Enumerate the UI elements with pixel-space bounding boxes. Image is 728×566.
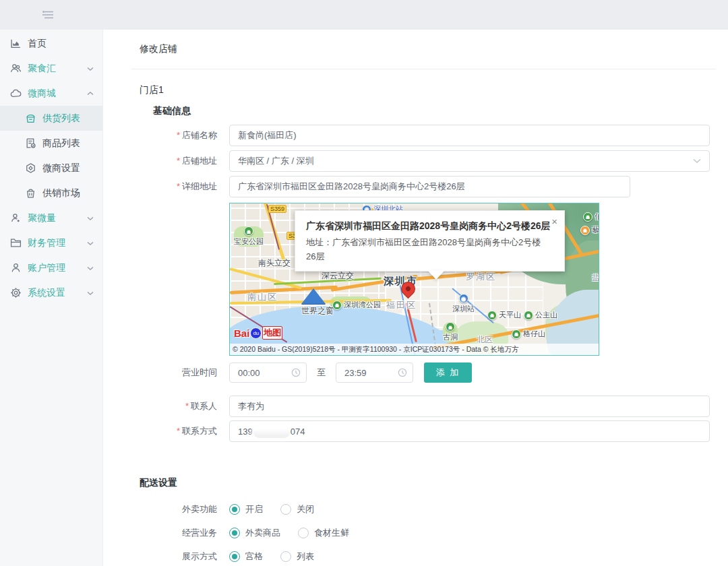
sidebar-item-product-list[interactable]: 商品列表 — [0, 131, 102, 156]
masked-digits — [253, 427, 290, 438]
map-row: S359S33▲宝安公园南头立交南山区世界之窗▲深圳湾公园福田区深云立交深圳市罗… — [229, 203, 728, 356]
basic-info-title: 基础信息 — [153, 105, 728, 117]
display-mode-label: 展示方式 — [140, 551, 217, 563]
shop-icon — [25, 113, 36, 124]
chart-icon — [10, 38, 22, 49]
add-hours-button[interactable]: 添 加 — [424, 363, 472, 383]
business-type-row: 经营业务 外卖商品 食材生鲜 — [140, 527, 728, 539]
contact-name-row: *联系人 李有为 — [140, 396, 728, 417]
map-label: 福田区 — [386, 299, 417, 311]
map-label: ▲藜蒴露营 — [580, 225, 599, 235]
takeout-function-row: 外卖功能 开启 关闭 — [140, 503, 728, 515]
required-mark: * — [177, 426, 180, 436]
contact-phone-row: *联系方式 139074 — [140, 420, 728, 442]
sidebar-item-label: 微商设置 — [42, 162, 80, 175]
map-label: ▲天平山 — [487, 310, 521, 320]
poi-pin-icon: ▲ — [487, 311, 497, 320]
station-icon: ◉ — [459, 294, 468, 303]
map-label: 世界之窗 — [301, 305, 334, 317]
map-label: 罗湖区 — [466, 271, 496, 283]
sidebar-item-label: 聚食汇 — [28, 63, 56, 75]
sidebar-item-supply-market[interactable]: 供销市场 — [0, 181, 102, 206]
radio-option-takeout-goods[interactable]: 外卖商品 — [229, 527, 280, 539]
radio-option-off[interactable]: 关闭 — [280, 503, 314, 515]
radio-unselected-icon — [298, 528, 309, 538]
radio-unselected-icon — [280, 504, 291, 515]
store-name-input[interactable]: 新食尚(福田店) — [229, 125, 710, 146]
map-label: ▲伯公坳 — [583, 212, 599, 222]
radio-unselected-icon — [280, 551, 291, 562]
sidebar-item-label: 聚微量 — [28, 212, 56, 224]
map-canvas[interactable]: S359S33▲宝安公园南头立交南山区世界之窗▲深圳湾公园福田区深云立交深圳市罗… — [229, 203, 599, 356]
detail-address-label: 详细地址 — [182, 181, 217, 191]
poi-pin-icon: ▲ — [580, 226, 590, 235]
store-name-label: 店铺名称 — [182, 130, 217, 140]
chevron-down-icon — [87, 66, 94, 71]
required-mark: * — [177, 156, 180, 166]
store-name-row: *店铺名称 新食尚(福田店) — [140, 125, 728, 146]
map-info-popup: 广东省深圳市福田区金田路2028号皇岗商务中心2号楼26层 地址：广东省深圳市福… — [295, 210, 565, 272]
store-region-select[interactable]: 华南区 / 广东 / 深圳 — [229, 150, 710, 172]
sidebar-item-supply-list[interactable]: 供货列表 — [0, 106, 102, 131]
hours-separator: 至 — [317, 367, 326, 379]
contact-name-input[interactable]: 李有为 — [229, 396, 710, 417]
sidebar-item-system-settings[interactable]: 系统设置 — [0, 280, 102, 305]
radio-option-grid[interactable]: 宫格 — [229, 551, 263, 563]
clock-icon — [398, 368, 407, 377]
sidebar-item-label: 账户管理 — [28, 262, 65, 274]
sidebar-item-account[interactable]: 账户管理 — [0, 255, 102, 280]
sidebar-item-weishangcheng[interactable]: 微商城 — [0, 81, 102, 106]
sidebar-collapse-icon[interactable] — [42, 9, 54, 20]
chevron-up-icon — [87, 91, 94, 96]
radio-selected-icon — [229, 504, 240, 515]
map-label: 深云立交 — [322, 270, 354, 282]
map-label: 南头立交 — [258, 257, 291, 269]
required-mark: * — [177, 130, 180, 140]
sidebar-item-jushihui[interactable]: 聚食汇 — [0, 56, 102, 81]
delivery-section-title: 配送设置 — [140, 477, 728, 489]
map-label: ▲古洞 — [443, 322, 458, 342]
chevron-down-icon — [87, 241, 94, 246]
sidebar: 首页 聚食汇 微商城 — [0, 30, 103, 566]
close-icon[interactable]: × — [551, 216, 557, 226]
sidebar-item-juweiliang[interactable]: 聚微量 — [0, 206, 102, 230]
store-section-title: 门店1 — [140, 84, 728, 96]
main-content: 修改店铺 门店1 基础信息 *店铺名称 新食尚(福田店) *店铺地址 华南区 /… — [103, 30, 728, 566]
sidebar-item-label: 商品列表 — [42, 137, 80, 150]
required-mark: * — [185, 401, 189, 411]
folder-icon — [10, 237, 22, 249]
chevron-down-icon — [693, 158, 701, 164]
takeout-function-label: 外卖功能 — [140, 503, 217, 515]
hours-end-input[interactable]: 23:59 — [336, 363, 413, 383]
popup-address: 地址：广东省深圳市福田区金田路2028号皇岗商务中心2号楼26层 — [306, 235, 545, 264]
hours-start-input[interactable]: 00:00 — [229, 363, 307, 383]
sidebar-item-label: 财务管理 — [28, 237, 65, 249]
detail-address-input[interactable]: 广东省深圳市福田区金田路2028号皇岗商务中心2号楼26层 — [229, 176, 630, 197]
sidebar-item-weishang-settings[interactable]: 微商设置 — [0, 156, 102, 181]
store-region-row: *店铺地址 华南区 / 广东 / 深圳 — [140, 150, 728, 172]
gear-icon — [10, 287, 22, 298]
sidebar-item-label: 首页 — [28, 38, 47, 50]
map-label: ▲宝安公园 — [234, 226, 264, 247]
radio-option-list[interactable]: 列表 — [280, 551, 314, 563]
radio-option-on[interactable]: 开启 — [229, 503, 263, 515]
poi-pin-icon: ▲ — [512, 329, 521, 339]
users-icon — [10, 63, 22, 74]
contact-phone-input[interactable]: 139074 — [229, 420, 710, 442]
pyramid-icon — [301, 288, 326, 304]
map-label: 盐田 — [592, 272, 599, 284]
sidebar-item-finance[interactable]: 财务管理 — [0, 230, 102, 255]
radio-option-fresh-food[interactable]: 食材生鲜 — [298, 527, 349, 539]
business-type-label: 经营业务 — [140, 527, 217, 539]
sidebar-item-label: 供货列表 — [42, 113, 80, 125]
page-title: 修改店铺 — [140, 43, 728, 55]
poi-pin-icon: ▲ — [332, 301, 342, 310]
radio-selected-icon — [229, 551, 240, 562]
map-label: 南山区 — [247, 291, 278, 303]
market-bag-icon — [25, 187, 36, 199]
clock-icon — [291, 368, 301, 377]
map-label: ▲格仔山 — [512, 329, 545, 339]
sidebar-item-home[interactable]: 首页 — [0, 31, 102, 56]
display-mode-row: 展示方式 宫格 列表 — [140, 551, 728, 563]
sidebar-item-label: 微商城 — [28, 88, 56, 100]
